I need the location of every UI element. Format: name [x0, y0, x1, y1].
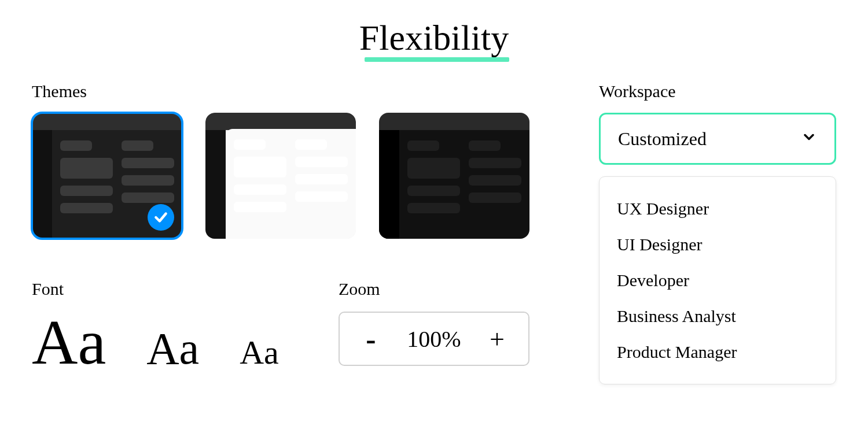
workspace-label: Workspace	[599, 82, 836, 101]
themes-label: Themes	[32, 82, 529, 101]
page-title: Flexibility	[359, 17, 509, 58]
font-size-medium[interactable]: Aa	[146, 326, 199, 371]
zoom-label: Zoom	[339, 279, 529, 299]
themes-row	[32, 113, 529, 239]
workspace-option[interactable]: Business Analyst	[599, 298, 836, 334]
font-size-large[interactable]: Aa	[32, 310, 106, 374]
workspace-option[interactable]: UI Designer	[599, 227, 836, 262]
theme-option-black[interactable]	[379, 113, 529, 239]
workspace-dropdown: UX Designer UI Designer Developer Busine…	[599, 176, 836, 384]
font-size-small[interactable]: Aa	[240, 336, 279, 369]
theme-option-dark[interactable]	[32, 113, 182, 239]
font-label: Font	[32, 279, 304, 299]
chevron-down-icon	[801, 128, 817, 150]
zoom-out-button[interactable]: -	[359, 322, 382, 356]
checkmark-icon	[148, 204, 174, 231]
workspace-option[interactable]: UX Designer	[599, 191, 836, 227]
theme-option-light[interactable]	[205, 113, 356, 239]
zoom-control: - 100% +	[339, 312, 529, 366]
workspace-option[interactable]: Product Manager	[599, 334, 836, 370]
workspace-option[interactable]: Developer	[599, 262, 836, 298]
workspace-select[interactable]: Customized	[599, 113, 836, 165]
zoom-value: 100%	[407, 325, 461, 353]
zoom-in-button[interactable]: +	[486, 324, 509, 354]
workspace-selected-value: Customized	[618, 128, 707, 150]
